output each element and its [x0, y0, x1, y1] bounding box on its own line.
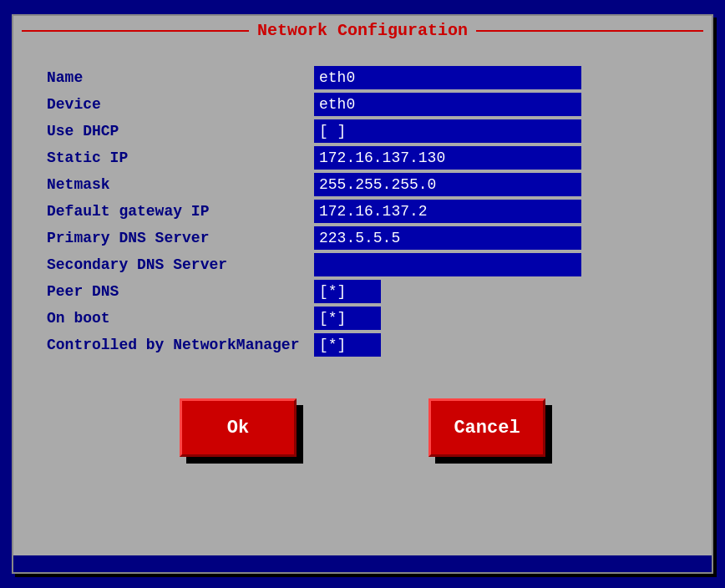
form-row: On boot[*]	[47, 307, 678, 330]
dialog-title: Network Configuration	[257, 21, 468, 40]
field-label: Controlled by NetworkManager	[47, 337, 314, 353]
field-label: Use DHCP	[47, 123, 314, 139]
field-label: Default gateway IP	[47, 203, 314, 220]
field-value[interactable]: 172.16.137.130	[314, 146, 581, 170]
form-row: Secondary DNS Server	[47, 253, 678, 276]
title-bar: Network Configuration	[13, 14, 712, 47]
form-row: Default gateway IP172.16.137.2	[47, 200, 678, 223]
field-checkbox-checked[interactable]: [*]	[314, 333, 381, 357]
title-bar-line-left	[22, 30, 249, 32]
field-label: Primary DNS Server	[47, 230, 314, 246]
form-row: Nameeth0	[47, 66, 678, 89]
field-checkbox-checked[interactable]: [*]	[314, 280, 381, 303]
field-value[interactable]: eth0	[314, 93, 581, 116]
cancel-button[interactable]: Cancel	[428, 398, 545, 457]
field-label: Secondary DNS Server	[47, 256, 314, 273]
field-checkbox-checked[interactable]: [*]	[314, 307, 381, 330]
buttons-row: Ok Cancel	[47, 398, 678, 457]
form-rows: Nameeth0Deviceeth0Use DHCP[ ]Static IP17…	[47, 66, 678, 357]
field-label: Static IP	[47, 150, 314, 166]
field-label: Netmask	[47, 176, 314, 193]
field-checkbox[interactable]: [ ]	[314, 119, 581, 143]
ok-button-wrapper: Ok	[180, 398, 297, 457]
form-row: Peer DNS[*]	[47, 280, 678, 303]
field-value[interactable]: 172.16.137.2	[314, 200, 581, 223]
bottom-bar	[13, 555, 712, 572]
field-value[interactable]: 255.255.255.0	[314, 173, 581, 196]
form-row: Primary DNS Server223.5.5.5	[47, 226, 678, 250]
form-row: Use DHCP[ ]	[47, 119, 678, 143]
cancel-button-wrapper: Cancel	[428, 398, 545, 457]
form-row: Static IP172.16.137.130	[47, 146, 678, 170]
field-value[interactable]: eth0	[314, 66, 581, 89]
field-value[interactable]: 223.5.5.5	[314, 226, 581, 250]
field-label: Device	[47, 96, 314, 113]
form-content: Nameeth0Deviceeth0Use DHCP[ ]Static IP17…	[13, 16, 712, 474]
ok-button[interactable]: Ok	[180, 398, 297, 457]
title-bar-line-right	[476, 30, 703, 32]
form-row: Deviceeth0	[47, 93, 678, 116]
field-value[interactable]	[314, 253, 581, 276]
form-row: Controlled by NetworkManager[*]	[47, 333, 678, 357]
form-row: Netmask255.255.255.0	[47, 173, 678, 196]
network-config-dialog: Network Configuration Nameeth0Deviceeth0…	[12, 14, 713, 574]
field-label: On boot	[47, 310, 314, 327]
field-label: Peer DNS	[47, 283, 314, 300]
field-label: Name	[47, 69, 314, 86]
